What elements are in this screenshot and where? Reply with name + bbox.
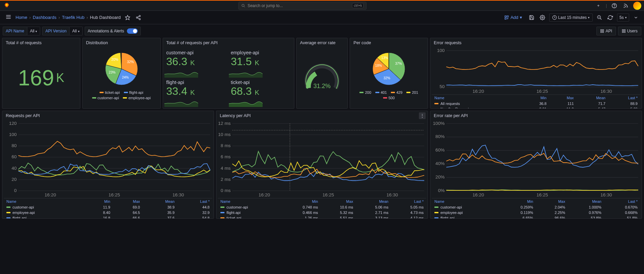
svg-text:4 ms: 4 ms — [221, 166, 231, 171]
refresh-icon[interactable] — [606, 13, 614, 22]
svg-line-13 — [137, 16, 139, 17]
grafana-logo[interactable] — [3, 2, 11, 10]
svg-text:16:20: 16:20 — [473, 89, 484, 94]
gauge-chart: 31.2% — [302, 58, 342, 98]
add-panel-button[interactable]: Add ▾ — [502, 13, 525, 21]
table-header[interactable]: Min — [522, 95, 549, 101]
legend-item[interactable]: 429 — [391, 90, 402, 94]
svg-text:6 ms: 6 ms — [221, 155, 231, 160]
table-row[interactable]: All requests36.811171.788.9 — [432, 101, 640, 106]
svg-rect-31 — [624, 31, 625, 33]
legend-item[interactable]: customer-api — [92, 96, 119, 100]
breadcrumb-current: Hub Dashboard — [90, 15, 121, 20]
panel-menu-icon[interactable]: ⋮ — [419, 112, 426, 119]
svg-line-14 — [137, 18, 139, 19]
table-header[interactable]: Min — [281, 198, 321, 204]
table-header[interactable]: Min — [500, 198, 536, 204]
svg-rect-17 — [505, 18, 506, 19]
table-header[interactable]: Last * — [177, 198, 212, 204]
svg-text:10 ms: 10 ms — [218, 132, 231, 137]
legend-item[interactable]: 401 — [375, 90, 387, 94]
global-search[interactable]: Search or jump to... ctrl+k — [238, 2, 367, 10]
api-stat-cell: ticket-api68.3 K — [229, 78, 293, 107]
zoom-out-icon[interactable] — [595, 13, 603, 22]
var-api-name-value[interactable]: All ▾ — [27, 27, 41, 35]
table-row[interactable]: employee-api0.119%2.25%0.976%0.668% — [432, 210, 640, 215]
svg-text:0: 0 — [14, 188, 17, 193]
svg-rect-32 — [622, 31, 623, 33]
svg-text:2 ms: 2 ms — [221, 177, 231, 182]
breadcrumb-dashboards[interactable]: Dashboards — [33, 15, 56, 20]
add-menu-icon[interactable]: + — [594, 2, 602, 10]
table-row[interactable]: customer-api0.748 ms10.6 ms5.06 ms5.05 m… — [218, 204, 426, 210]
table-header[interactable]: Name — [4, 198, 83, 204]
breadcrumb-home[interactable]: Home — [16, 15, 27, 20]
svg-text:20%: 20% — [111, 58, 118, 61]
table-header[interactable]: Max — [549, 95, 576, 101]
search-kbd: ctrl+k — [352, 3, 364, 8]
api-stat-cell: employee-api31.5 K — [229, 49, 293, 78]
api-stat-cell: flight-api33.4 K — [164, 78, 228, 107]
table-header[interactable]: Last * — [391, 198, 426, 204]
svg-point-4 — [614, 7, 615, 7]
legend-item[interactable]: flight-api — [124, 90, 143, 94]
table-header[interactable]: Min — [83, 198, 113, 204]
favorite-star-icon[interactable] — [124, 13, 132, 22]
table-header[interactable]: Mean — [576, 95, 608, 101]
svg-text:20: 20 — [11, 177, 17, 182]
svg-line-23 — [600, 18, 601, 20]
svg-text:32%: 32% — [127, 60, 134, 64]
legend-item[interactable]: 500 — [383, 96, 395, 100]
breadcrumb: Home › Dashboards › Traefik Hub › Hub Da… — [16, 15, 121, 20]
annotations-toggle[interactable] — [127, 28, 138, 34]
table-row[interactable]: flight-api0.466 ms5.32 ms2.71 ms4.73 ms — [218, 210, 426, 215]
legend-item[interactable]: ticket-api — [100, 90, 120, 94]
panel-requests-per-api-ts: Requests per API 02040608010012016:2016:… — [2, 111, 214, 219]
table-header[interactable]: Mean — [143, 198, 177, 204]
table-row[interactable]: Non 2xx Requests2.6111.25.475.69 — [432, 106, 640, 109]
settings-icon[interactable] — [538, 13, 546, 22]
svg-text:16:20: 16:20 — [45, 192, 56, 197]
menu-toggle-icon[interactable] — [4, 12, 13, 22]
news-icon[interactable] — [622, 2, 630, 10]
save-dashboard-icon[interactable] — [528, 13, 536, 22]
legend-item[interactable]: 200 — [359, 90, 371, 94]
table-header[interactable]: Name — [218, 198, 281, 204]
table-header[interactable]: Max — [321, 198, 356, 204]
legend-item[interactable]: 201 — [406, 90, 418, 94]
user-avatar[interactable] — [633, 2, 641, 10]
table-row[interactable]: customer-api11.969.038.944.8 — [4, 204, 212, 210]
table-header[interactable]: Name — [432, 95, 522, 101]
refresh-interval-picker[interactable]: 5s ▾ — [617, 13, 629, 22]
table-row[interactable]: employee-api8.4064.535.932.9 — [4, 210, 212, 215]
var-api-version-value[interactable]: All ▾ — [70, 27, 83, 35]
table-row[interactable]: ticket-api1.26 ms5.51 ms3.13 ms4.12 ms — [218, 215, 426, 219]
table-header[interactable]: Mean — [568, 198, 604, 204]
table-header[interactable]: Mean — [356, 198, 391, 204]
table-row[interactable]: flight-api16.866.637.654.8 — [4, 215, 212, 219]
svg-point-1 — [242, 4, 244, 6]
svg-point-10 — [139, 15, 140, 17]
table-row[interactable]: flight-api6.65%96.6%53.8%51.8% — [432, 215, 640, 219]
share-icon[interactable] — [134, 13, 142, 22]
table-header[interactable]: Name — [432, 198, 500, 204]
table-header[interactable]: Max — [113, 198, 143, 204]
svg-text:37%: 37% — [395, 62, 402, 65]
table-row[interactable]: customer-api0.259%2.04%1.000%0.670% — [432, 204, 640, 210]
svg-text:24%: 24% — [122, 76, 129, 79]
time-range-picker[interactable]: Last 15 minutes ▾ — [549, 13, 593, 22]
svg-text:16:25: 16:25 — [537, 89, 548, 94]
table-header[interactable]: Last * — [604, 198, 640, 204]
svg-text:16:30: 16:30 — [600, 89, 612, 94]
breadcrumb-folder[interactable]: Traefik Hub — [62, 15, 84, 20]
svg-text:20%: 20% — [435, 174, 445, 180]
table-header[interactable]: Last * — [608, 95, 640, 101]
table-header[interactable]: Max — [536, 198, 568, 204]
svg-text:80%: 80% — [435, 134, 445, 139]
link-api[interactable]: API — [596, 27, 616, 35]
link-users[interactable]: Users — [618, 27, 641, 35]
panel-error-requests: Error requests 5010016:2016:2516:30 Name… — [430, 38, 642, 109]
legend-item[interactable]: employee-api — [123, 96, 151, 100]
help-icon[interactable] — [610, 2, 618, 10]
chevron-down-icon[interactable] — [632, 13, 640, 22]
